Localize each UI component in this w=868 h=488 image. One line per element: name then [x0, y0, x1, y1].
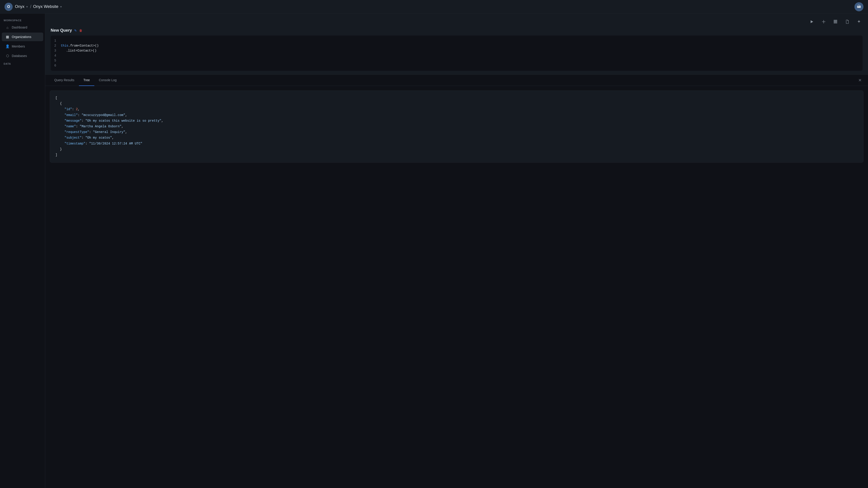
json-object-close: } — [55, 147, 858, 152]
svg-rect-2 — [834, 22, 837, 23]
home-icon: ⌂ — [5, 25, 9, 29]
sidebar-item-databases[interactable]: ⬡ Databases — [2, 52, 43, 60]
tab-query-results[interactable]: Query Results — [50, 74, 79, 86]
json-timestamp: "timestamp": "11/30/2024 12:57:24 AM UTC… — [55, 141, 858, 147]
query-edit-icon[interactable]: ✎ — [74, 29, 77, 32]
main-layout: WORKSPACE ⌂ Dashboard ▦ Organizations 👤 … — [0, 13, 868, 488]
org-avatar[interactable]: O — [4, 3, 13, 11]
run-button[interactable] — [808, 18, 815, 25]
org-nav-item[interactable]: Onyx ▼ — [15, 4, 28, 9]
json-id: "id": 2, — [55, 106, 858, 112]
org-chevron: ▼ — [26, 5, 28, 8]
json-email: "email": "mcscuzzypod@gmail.com", — [55, 112, 858, 118]
svg-rect-0 — [834, 20, 837, 21]
code-line-4 — [61, 53, 859, 58]
org-name: Onyx — [15, 4, 24, 9]
json-name: "name": "Martha Angela Osborn", — [55, 124, 858, 129]
code-line-1 — [61, 38, 859, 43]
json-open-bracket: [ — [55, 95, 858, 101]
workspace-section-label: WORKSPACE — [0, 17, 45, 23]
sidebar-item-label: Dashboard — [12, 26, 27, 29]
sidebar-item-label: Databases — [12, 54, 27, 58]
topbar: O Onyx ▼ / Onyx Website ▼ 🏔 — [0, 0, 868, 13]
data-section-label: DATA — [0, 61, 45, 66]
json-close-bracket: ] — [55, 152, 858, 158]
sidebar-item-members[interactable]: 👤 Members — [2, 42, 43, 51]
add-button[interactable] — [820, 18, 827, 25]
workspace-nav-item[interactable]: Onyx Website ▼ — [33, 4, 62, 9]
results-content: [ { "id": 2, "email": "mcscuzzypod@gmail… — [45, 86, 868, 488]
document-button[interactable] — [844, 18, 851, 25]
sidebar-item-dashboard[interactable]: ⌂ Dashboard — [2, 23, 43, 32]
json-object-open: { — [55, 101, 858, 106]
user-avatar[interactable]: 🏔 — [855, 2, 864, 11]
json-subject: "subject": "Oh my scatos", — [55, 135, 858, 141]
organizations-icon: ▦ — [5, 35, 9, 39]
code-line-3: .list<Contact>() — [61, 48, 859, 53]
topbar-right: 🏔 — [855, 2, 864, 11]
editor-toolbar — [51, 18, 863, 25]
sparkle-button[interactable] — [855, 18, 863, 25]
results-panel: Query Results Tree Console Log ✕ [ { — [45, 74, 868, 488]
workspace-chevron: ▼ — [60, 5, 62, 8]
breadcrumb: O Onyx ▼ / Onyx Website ▼ — [4, 3, 62, 11]
svg-rect-1 — [834, 21, 837, 22]
json-output: [ { "id": 2, "email": "mcscuzzypod@gmail… — [50, 90, 864, 162]
tab-console-log[interactable]: Console Log — [94, 74, 121, 86]
code-line-2: this.from<Contact>() — [61, 43, 859, 48]
results-tabs: Query Results Tree Console Log ✕ — [45, 74, 868, 86]
members-icon: 👤 — [5, 44, 9, 49]
query-title: New Query — [51, 28, 72, 33]
workspace-name: Onyx Website — [33, 4, 58, 9]
line-numbers: 1 2 3 4 5 6 — [54, 38, 56, 68]
sidebar-item-label: Organizations — [12, 35, 31, 39]
code-line-6 — [61, 63, 859, 68]
sidebar: WORKSPACE ⌂ Dashboard ▦ Organizations 👤 … — [0, 13, 45, 488]
table-button[interactable] — [832, 18, 839, 25]
query-header: New Query ✎ 🗑 — [51, 28, 863, 33]
code-editor[interactable]: 1 2 3 4 5 6 this.from<Contact>() .list<C… — [51, 35, 863, 71]
tab-tree[interactable]: Tree — [79, 74, 94, 86]
breadcrumb-separator: / — [30, 4, 31, 9]
databases-icon: ⬡ — [5, 54, 9, 58]
code-line-5 — [61, 58, 859, 63]
breadcrumb-nav: Onyx ▼ / Onyx Website ▼ — [15, 4, 62, 9]
content-area: New Query ✎ 🗑 1 2 3 4 5 6 this.from<Cont… — [45, 13, 868, 488]
sidebar-item-organizations[interactable]: ▦ Organizations — [2, 33, 43, 41]
json-request-type: "requestType": "General Inquiry", — [55, 129, 858, 135]
query-delete-icon[interactable]: 🗑 — [79, 29, 82, 32]
code-content[interactable]: this.from<Contact>() .list<Contact>() — [61, 38, 859, 68]
sidebar-item-label: Members — [12, 44, 25, 48]
editor-panel: New Query ✎ 🗑 1 2 3 4 5 6 this.from<Cont… — [45, 13, 868, 74]
json-message: "message": "Oh my scatos this website is… — [55, 118, 858, 124]
close-results-button[interactable]: ✕ — [857, 76, 864, 85]
tabs-left: Query Results Tree Console Log — [50, 74, 121, 86]
